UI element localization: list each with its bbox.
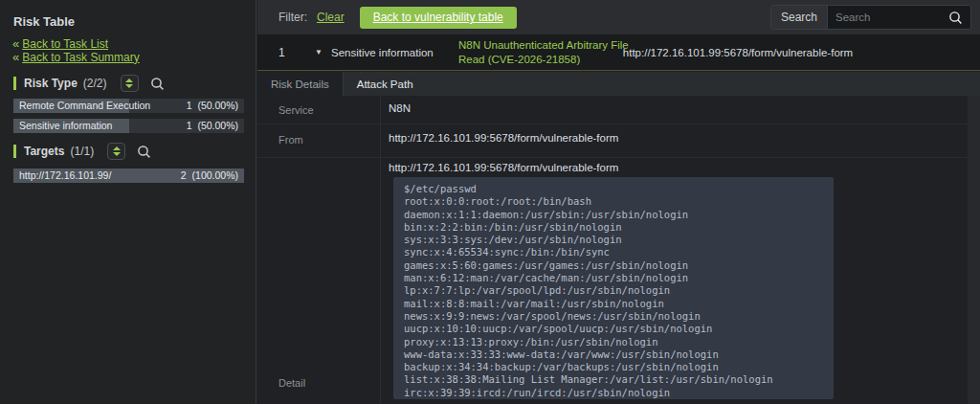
back-to-vulnerability-table-button[interactable]: Back to vulnerability table xyxy=(360,7,517,29)
main-panel: Filter: Clear Back to vulnerability tabl… xyxy=(257,0,980,404)
sort-toggle-button[interactable] xyxy=(121,75,139,92)
detail-code-block: $/etc/passwd root:x:0:0:root:/root:/bin/… xyxy=(393,177,834,399)
search-submit-button[interactable] xyxy=(941,6,970,29)
service-row-label: Service xyxy=(278,104,314,116)
search-input[interactable] xyxy=(828,6,941,29)
targets-section-count: (1/1) xyxy=(70,145,94,158)
filter-bar: Filter: Clear Back to vulnerability tabl… xyxy=(257,0,980,34)
detail-tabs: Risk Details Attack Path xyxy=(257,72,980,96)
tab-risk-details[interactable]: Risk Details xyxy=(257,72,344,96)
risk-details-content: Service N8N From http://172.16.101.99:56… xyxy=(257,96,980,404)
from-row-value: http://172.16.101.99:5678/form/vulnerabl… xyxy=(389,132,618,144)
sort-up-icon xyxy=(113,146,121,150)
column-divider xyxy=(380,96,381,404)
back-link-label: Back to Task Summary xyxy=(22,51,139,64)
risk-type-section-header: Risk Type (2/2) xyxy=(13,75,165,92)
targets-section-header: Targets (1/1) xyxy=(13,143,151,160)
vulnerability-target-url: http://172.16.101.99:5678/form/vulnerabl… xyxy=(594,34,881,71)
back-to-task-list-link[interactable]: « Back to Task List xyxy=(12,36,108,51)
vulnerability-risk-type: Sensitive information xyxy=(331,34,434,71)
tab-attack-path[interactable]: Attack Path xyxy=(344,72,427,96)
service-row-value: N8N xyxy=(389,102,411,114)
sidebar-title: Risk Table xyxy=(13,14,75,29)
back-link-label: Back to Task List xyxy=(22,37,108,51)
targets-section-title: Targets xyxy=(24,145,64,158)
detail-row-label: Detail xyxy=(278,377,305,389)
search-group: Search xyxy=(770,5,971,30)
section-accent-bar xyxy=(13,77,16,90)
section-accent-bar xyxy=(13,145,16,158)
filter-label: Filter: xyxy=(278,11,307,24)
from-row-label: From xyxy=(278,134,303,146)
risk-type-bar-remote-command-execution[interactable]: Remote Command Execution 1 (50.00%) xyxy=(13,99,244,113)
clear-filter-link[interactable]: Clear xyxy=(317,11,345,24)
risk-type-bar-sensitive-information[interactable]: Sensitive information 1 (50.00%) xyxy=(13,119,244,133)
etc-passwd-output: $/etc/passwd root:x:0:0:root:/root:/bin/… xyxy=(393,177,834,399)
vulnerability-row[interactable]: 1 ▼ Sensitive information N8N Unauthenti… xyxy=(257,34,980,71)
double-chevron-left-icon: « xyxy=(12,36,19,51)
search-icon[interactable] xyxy=(137,145,151,159)
search-icon xyxy=(948,11,963,25)
search-group-label: Search xyxy=(771,6,828,29)
sidebar: Risk Table « Back to Task List « Back to… xyxy=(0,0,256,404)
sort-down-icon xyxy=(125,84,133,88)
app-root: Risk Table « Back to Task List « Back to… xyxy=(0,0,980,404)
double-chevron-left-icon: « xyxy=(12,50,19,64)
target-bar[interactable]: http://172.16.101.99/ 2 (100.00%) xyxy=(13,168,244,183)
back-to-task-summary-link[interactable]: « Back to Task Summary xyxy=(12,50,140,64)
bar-count: 1 (50.00%) xyxy=(187,119,238,133)
expand-dropdown-caret-icon[interactable]: ▼ xyxy=(315,34,323,71)
bar-label: Remote Command Execution xyxy=(19,99,150,113)
bar-label: http://172.16.101.99/ xyxy=(19,168,111,183)
sort-up-icon xyxy=(125,79,133,82)
sort-down-icon xyxy=(113,152,121,156)
bar-count: 1 (50.00%) xyxy=(187,99,238,113)
risk-type-section-title: Risk Type xyxy=(24,77,78,90)
detail-row-url: http://172.16.101.99:5678/form/vulnerabl… xyxy=(389,162,618,173)
bar-label: Sensitive information xyxy=(19,119,112,133)
sort-toggle-button[interactable] xyxy=(107,143,125,160)
row-divider xyxy=(257,157,980,158)
vulnerability-index: 1 xyxy=(278,34,285,71)
risk-type-section-count: (2/2) xyxy=(83,77,107,90)
search-icon[interactable] xyxy=(150,77,165,91)
row-divider xyxy=(257,123,980,124)
bar-count: 2 (100.00%) xyxy=(181,168,238,183)
vertical-scrollbar[interactable] xyxy=(968,96,980,404)
